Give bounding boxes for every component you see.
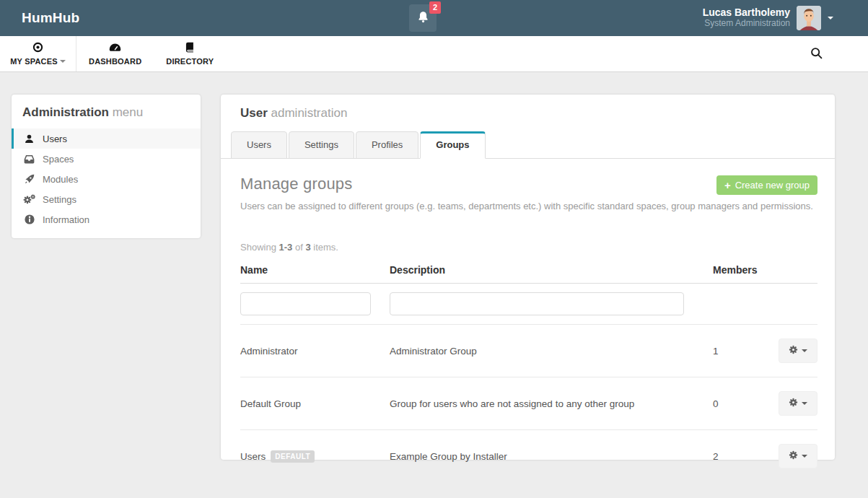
description-filter-input[interactable] [390, 292, 684, 315]
group-name: Users [240, 451, 266, 462]
chevron-down-icon [802, 349, 807, 352]
sidebar-item-label: Users [43, 134, 67, 144]
user-role: System Administration [703, 18, 790, 29]
administration-menu-title-main: Administration [22, 105, 109, 119]
create-new-group-label: Create new group [735, 180, 810, 191]
bell-icon [417, 11, 429, 26]
page-title: User administration [221, 95, 835, 131]
table-summary: Showing 1-3 of 3 items. [240, 242, 817, 253]
table-row: Default Group Group for users who are no… [240, 377, 817, 430]
group-name: Default Group [240, 398, 301, 409]
summary-items: items. [313, 242, 338, 253]
gear-icon [789, 398, 798, 409]
group-actions-button[interactable] [779, 338, 817, 363]
gears-icon [22, 194, 36, 204]
group-members-count: 0 [713, 377, 762, 430]
summary-total: 3 [305, 242, 310, 253]
gear-icon [789, 450, 798, 462]
tab-groups[interactable]: Groups [420, 131, 485, 159]
sidebar-item-label: Spaces [43, 154, 74, 165]
section-description: Users can be assigned to different group… [240, 201, 817, 211]
group-members-count: 1 [713, 325, 762, 377]
group-actions-button[interactable] [779, 444, 817, 468]
administration-menu-title: Administration menu [12, 95, 201, 128]
sidebar-item-users[interactable]: Users [12, 128, 201, 149]
user-icon [22, 134, 36, 144]
column-header-description: Description [390, 255, 713, 284]
user-administration-panel: User administration Users Settings Profi… [221, 95, 835, 460]
chevron-down-icon [802, 455, 807, 458]
name-filter-input[interactable] [240, 292, 371, 315]
brand-logo[interactable]: HumHub [22, 10, 79, 26]
main-navigation: MY SPACES DASHBOARD DIRECTORY [0, 36, 868, 72]
sidebar-item-spaces[interactable]: Spaces [12, 149, 201, 169]
account-menu[interactable]: Lucas Bartholemy System Administration [703, 0, 833, 36]
group-members-count: 2 [713, 430, 762, 483]
notifications-button[interactable]: 2 [409, 4, 437, 32]
page-title-main: User [240, 106, 268, 120]
top-bar: HumHub 2 Lucas Bartholemy System Adminis… [0, 0, 868, 36]
search-icon [810, 47, 823, 62]
section-heading: Manage groups [240, 175, 352, 193]
summary-range: 1-3 [279, 242, 293, 253]
group-description: Example Group by Installer [390, 430, 713, 483]
administration-menu-panel: Administration menu Users Spaces Modules [12, 95, 201, 238]
group-name: Administrator [240, 346, 298, 357]
summary-showing: Showing [240, 242, 276, 253]
account-caret-icon [828, 17, 833, 19]
search-button[interactable] [802, 36, 830, 72]
chevron-down-icon [60, 60, 66, 63]
dashboard-icon [109, 42, 121, 53]
sidebar-item-modules[interactable]: Modules [12, 169, 201, 189]
sidebar-item-label: Information [43, 214, 89, 225]
inbox-icon [22, 154, 36, 164]
sidebar-item-label: Modules [43, 174, 78, 185]
column-header-members: Members [713, 255, 762, 284]
avatar[interactable] [797, 6, 821, 30]
default-badge: DEFAULT [271, 450, 315, 463]
nav-item-dashboard[interactable]: DASHBOARD [76, 36, 154, 71]
tab-profiles[interactable]: Profiles [356, 131, 418, 159]
create-new-group-button[interactable]: + Create new group [716, 175, 817, 195]
user-name: Lucas Bartholemy [703, 7, 790, 18]
column-header-name: Name [240, 255, 390, 284]
gear-icon [789, 345, 798, 357]
account-text: Lucas Bartholemy System Administration [703, 7, 790, 29]
dot-circle-icon [32, 42, 43, 53]
book-icon [185, 42, 195, 53]
notification-count-badge: 2 [429, 1, 441, 14]
administration-menu-title-suffix: menu [113, 105, 144, 119]
groups-table: Name Description Members Administrator A… [240, 255, 817, 482]
sidebar-item-label: Settings [43, 194, 76, 205]
rocket-icon [22, 174, 36, 184]
tab-bar: Users Settings Profiles Groups [221, 131, 835, 159]
table-row: Administrator Administrator Group 1 [240, 325, 817, 377]
summary-of: of [295, 242, 303, 253]
group-actions-button[interactable] [779, 391, 817, 416]
filter-row [240, 284, 817, 325]
tab-users[interactable]: Users [231, 131, 287, 159]
info-icon [22, 214, 36, 224]
plus-icon: + [724, 181, 731, 190]
group-description: Group for users who are not assigned to … [390, 377, 713, 430]
tab-settings[interactable]: Settings [289, 131, 354, 159]
chevron-down-icon [802, 402, 807, 405]
table-row: UsersDEFAULT Example Group by Installer … [240, 430, 817, 483]
nav-label-dashboard: DASHBOARD [89, 57, 141, 66]
nav-label-directory: DIRECTORY [166, 57, 214, 66]
nav-label-my-spaces: MY SPACES [10, 57, 58, 66]
page-title-suffix: administration [271, 106, 348, 120]
nav-item-directory[interactable]: DIRECTORY [154, 36, 226, 71]
sidebar-item-settings[interactable]: Settings [12, 189, 201, 209]
group-description: Administrator Group [390, 325, 713, 377]
nav-item-my-spaces[interactable]: MY SPACES [0, 36, 76, 71]
sidebar-item-information[interactable]: Information [12, 209, 201, 230]
